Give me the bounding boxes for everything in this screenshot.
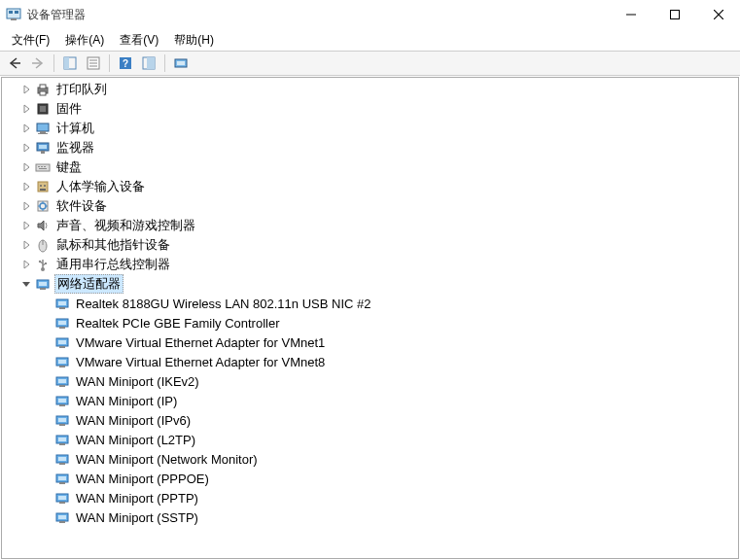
svg-rect-36 (44, 166, 46, 167)
device-tree[interactable]: 打印队列固件计算机监视器键盘人体学输入设备软件设备声音、视频和游戏控制器鼠标和其… (1, 77, 739, 559)
network-icon (54, 490, 70, 506)
expand-icon[interactable] (19, 102, 33, 116)
network-icon (54, 334, 70, 350)
device-item[interactable]: WAN Miniport (SSTP) (2, 508, 738, 527)
category-label: 人体学输入设备 (54, 178, 147, 195)
action-button[interactable] (138, 52, 159, 74)
device-category[interactable]: 键盘 (2, 158, 738, 177)
device-item[interactable]: WAN Miniport (Network Monitor) (2, 449, 738, 469)
device-category[interactable]: 固件 (2, 99, 738, 119)
svg-rect-28 (40, 131, 46, 133)
software-icon (35, 198, 51, 214)
device-item[interactable]: WAN Miniport (PPTP) (2, 488, 738, 508)
svg-rect-88 (59, 521, 65, 523)
scan-hardware-button[interactable] (170, 52, 192, 74)
category-label: 通用串行总线控制器 (54, 256, 172, 273)
expand-icon[interactable] (19, 258, 33, 271)
svg-rect-37 (39, 168, 47, 169)
expand-icon[interactable] (19, 122, 33, 135)
device-label: WAN Miniport (Network Monitor) (74, 452, 260, 467)
svg-rect-57 (58, 321, 66, 325)
category-label: 监视器 (54, 139, 96, 157)
svg-rect-1 (9, 11, 13, 14)
device-category[interactable]: 通用串行总线控制器 (2, 255, 738, 274)
device-item[interactable]: WAN Miniport (IPv6) (2, 410, 738, 430)
svg-rect-79 (59, 463, 65, 465)
menubar: 文件(F) 操作(A) 查看(V) 帮助(H) (0, 29, 740, 51)
maximize-button[interactable] (652, 0, 696, 29)
hid-icon (35, 179, 51, 194)
close-button[interactable] (696, 0, 740, 29)
category-label: 计算机 (54, 120, 96, 137)
expand-icon[interactable] (19, 160, 33, 174)
svg-rect-19 (147, 57, 155, 69)
svg-rect-75 (58, 438, 66, 441)
category-label: 打印队列 (54, 81, 109, 98)
network-icon (54, 471, 70, 486)
device-item[interactable]: WAN Miniport (L2TP) (2, 430, 738, 449)
device-item[interactable]: VMware Virtual Ethernet Adapter for VMne… (2, 332, 738, 352)
category-label: 声音、视频和游戏控制器 (54, 217, 197, 234)
svg-rect-64 (59, 366, 65, 368)
show-hide-console-tree-button[interactable] (59, 52, 81, 74)
expand-icon[interactable] (19, 180, 33, 193)
collapse-icon[interactable] (19, 277, 33, 291)
svg-rect-26 (40, 106, 46, 112)
svg-rect-67 (59, 385, 65, 387)
svg-rect-31 (39, 145, 47, 149)
device-category[interactable]: 监视器 (2, 138, 738, 158)
svg-text:?: ? (123, 58, 128, 69)
sound-icon (35, 218, 51, 233)
menu-action[interactable]: 操作(A) (57, 30, 112, 51)
device-category[interactable]: 计算机 (2, 119, 738, 138)
toolbar-separator (164, 54, 165, 72)
expand-icon[interactable] (19, 199, 33, 213)
back-button[interactable] (4, 52, 25, 74)
device-category[interactable]: 鼠标和其他指针设备 (2, 235, 738, 255)
device-item[interactable]: WAN Miniport (IKEv2) (2, 371, 738, 391)
network-icon (54, 412, 70, 428)
device-label: VMware Virtual Ethernet Adapter for VMne… (74, 355, 327, 369)
menu-view[interactable]: 查看(V) (112, 30, 166, 51)
svg-rect-87 (58, 515, 66, 519)
svg-rect-85 (59, 502, 65, 504)
menu-help[interactable]: 帮助(H) (166, 30, 222, 51)
svg-rect-24 (40, 91, 46, 95)
device-category[interactable]: 网络适配器 (2, 274, 738, 294)
device-label: WAN Miniport (IP) (74, 394, 179, 408)
device-category[interactable]: 软件设备 (2, 196, 738, 216)
svg-rect-63 (58, 360, 66, 364)
properties-button[interactable] (83, 52, 104, 74)
category-label: 鼠标和其他指针设备 (54, 236, 172, 254)
svg-rect-84 (58, 496, 66, 500)
svg-rect-23 (40, 85, 46, 88)
svg-rect-81 (58, 476, 66, 480)
device-item[interactable]: WAN Miniport (IP) (2, 391, 738, 410)
svg-rect-35 (41, 166, 43, 167)
svg-rect-21 (177, 61, 185, 65)
network-icon (35, 276, 51, 292)
device-item[interactable]: VMware Virtual Ethernet Adapter for VMne… (2, 352, 738, 371)
device-category[interactable]: 人体学输入设备 (2, 177, 738, 196)
device-label: Realtek 8188GU Wireless LAN 802.11n USB … (74, 297, 372, 311)
svg-rect-54 (58, 301, 66, 305)
svg-rect-70 (59, 404, 65, 406)
printer-icon (35, 82, 51, 97)
forward-button[interactable] (27, 52, 49, 74)
device-category[interactable]: 打印队列 (2, 80, 738, 99)
device-item[interactable]: Realtek PCIe GBE Family Controller (2, 313, 738, 332)
expand-icon[interactable] (19, 83, 33, 96)
menu-file[interactable]: 文件(F) (4, 30, 57, 51)
expand-icon[interactable] (19, 219, 33, 232)
device-item[interactable]: Realtek 8188GU Wireless LAN 802.11n USB … (2, 294, 738, 313)
minimize-button[interactable] (609, 0, 652, 29)
device-category[interactable]: 声音、视频和游戏控制器 (2, 216, 738, 235)
expand-icon[interactable] (19, 238, 33, 252)
svg-rect-29 (38, 133, 48, 134)
svg-rect-33 (36, 164, 50, 171)
svg-rect-32 (41, 151, 45, 154)
help-button[interactable]: ? (115, 52, 136, 74)
device-item[interactable]: WAN Miniport (PPPOE) (2, 469, 738, 488)
expand-icon[interactable] (19, 141, 33, 155)
svg-rect-58 (59, 327, 65, 329)
